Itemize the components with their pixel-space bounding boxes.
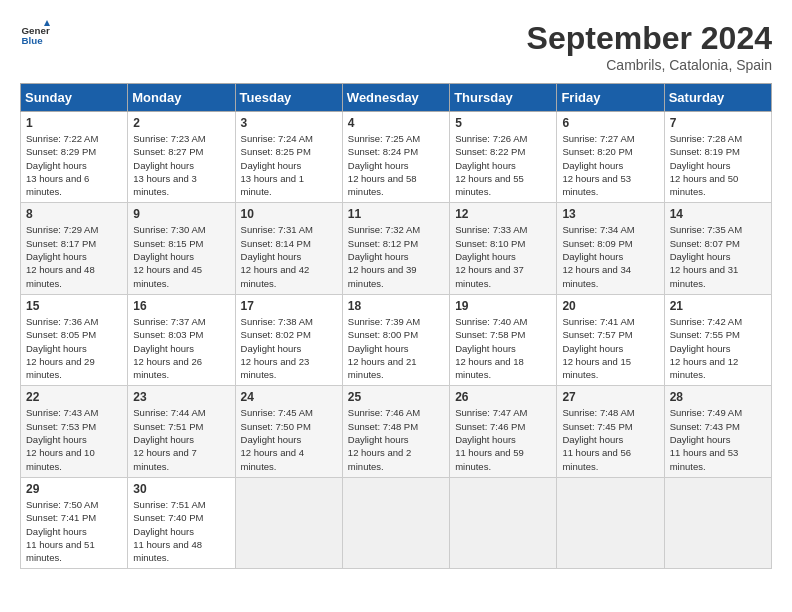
sunset-time: 8:10 PM [490, 238, 525, 249]
sunrise-label: Sunrise: [455, 224, 493, 235]
table-row: 21 Sunrise: 7:42 AM Sunset: 7:55 PM Dayl… [664, 294, 771, 385]
table-row: 1 Sunrise: 7:22 AM Sunset: 8:29 PM Dayli… [21, 112, 128, 203]
sunset-label: Sunset: [133, 421, 168, 432]
cell-content: Sunrise: 7:46 AM Sunset: 7:48 PM Dayligh… [348, 406, 444, 472]
daylight-duration: 12 hours and 26 minutes. [133, 356, 202, 380]
sunrise-label: Sunrise: [670, 407, 708, 418]
table-row: 18 Sunrise: 7:39 AM Sunset: 8:00 PM Dayl… [342, 294, 449, 385]
daylight-duration: 13 hours and 1 minute. [241, 173, 304, 197]
sunset-label: Sunset: [670, 238, 705, 249]
sunrise-time: 7:38 AM [278, 316, 313, 327]
sunset-time: 8:09 PM [597, 238, 632, 249]
day-number: 6 [562, 116, 658, 130]
table-row: 17 Sunrise: 7:38 AM Sunset: 8:02 PM Dayl… [235, 294, 342, 385]
daylight-label: Daylight hours [26, 434, 87, 445]
table-row: 19 Sunrise: 7:40 AM Sunset: 7:58 PM Dayl… [450, 294, 557, 385]
day-number: 1 [26, 116, 122, 130]
col-wednesday: Wednesday [342, 84, 449, 112]
sunrise-time: 7:32 AM [385, 224, 420, 235]
table-row: 3 Sunrise: 7:24 AM Sunset: 8:25 PM Dayli… [235, 112, 342, 203]
table-row: 24 Sunrise: 7:45 AM Sunset: 7:50 PM Dayl… [235, 386, 342, 477]
daylight-label: Daylight hours [455, 343, 516, 354]
cell-content: Sunrise: 7:48 AM Sunset: 7:45 PM Dayligh… [562, 406, 658, 472]
table-row: 6 Sunrise: 7:27 AM Sunset: 8:20 PM Dayli… [557, 112, 664, 203]
calendar-row-3: 15 Sunrise: 7:36 AM Sunset: 8:05 PM Dayl… [21, 294, 772, 385]
sunset-label: Sunset: [133, 238, 168, 249]
sunset-label: Sunset: [562, 329, 597, 340]
calendar-row-2: 8 Sunrise: 7:29 AM Sunset: 8:17 PM Dayli… [21, 203, 772, 294]
sunset-label: Sunset: [348, 329, 383, 340]
cell-content: Sunrise: 7:26 AM Sunset: 8:22 PM Dayligh… [455, 132, 551, 198]
cell-content: Sunrise: 7:35 AM Sunset: 8:07 PM Dayligh… [670, 223, 766, 289]
daylight-duration: 11 hours and 53 minutes. [670, 447, 739, 471]
sunset-time: 7:53 PM [61, 421, 96, 432]
svg-text:General: General [22, 25, 51, 36]
sunrise-label: Sunrise: [133, 499, 171, 510]
sunset-label: Sunset: [26, 329, 61, 340]
day-number: 10 [241, 207, 337, 221]
sunset-label: Sunset: [562, 421, 597, 432]
sunrise-time: 7:39 AM [385, 316, 420, 327]
logo: General Blue [20, 20, 50, 50]
daylight-label: Daylight hours [133, 526, 194, 537]
sunrise-label: Sunrise: [133, 224, 171, 235]
table-row [342, 477, 449, 568]
daylight-label: Daylight hours [133, 343, 194, 354]
cell-content: Sunrise: 7:49 AM Sunset: 7:43 PM Dayligh… [670, 406, 766, 472]
sunset-label: Sunset: [133, 146, 168, 157]
day-number: 26 [455, 390, 551, 404]
daylight-duration: 12 hours and 31 minutes. [670, 264, 739, 288]
day-number: 30 [133, 482, 229, 496]
sunset-label: Sunset: [133, 512, 168, 523]
sunset-label: Sunset: [348, 146, 383, 157]
sunrise-time: 7:31 AM [278, 224, 313, 235]
cell-content: Sunrise: 7:47 AM Sunset: 7:46 PM Dayligh… [455, 406, 551, 472]
daylight-label: Daylight hours [241, 251, 302, 262]
daylight-duration: 12 hours and 42 minutes. [241, 264, 310, 288]
sunrise-time: 7:46 AM [385, 407, 420, 418]
table-row: 25 Sunrise: 7:46 AM Sunset: 7:48 PM Dayl… [342, 386, 449, 477]
logo-icon: General Blue [20, 20, 50, 50]
daylight-duration: 12 hours and 2 minutes. [348, 447, 411, 471]
table-row [664, 477, 771, 568]
sunrise-label: Sunrise: [670, 224, 708, 235]
sunset-time: 8:03 PM [168, 329, 203, 340]
table-row: 13 Sunrise: 7:34 AM Sunset: 8:09 PM Dayl… [557, 203, 664, 294]
col-tuesday: Tuesday [235, 84, 342, 112]
day-number: 29 [26, 482, 122, 496]
sunset-label: Sunset: [133, 329, 168, 340]
cell-content: Sunrise: 7:22 AM Sunset: 8:29 PM Dayligh… [26, 132, 122, 198]
sunset-label: Sunset: [670, 146, 705, 157]
daylight-duration: 12 hours and 39 minutes. [348, 264, 417, 288]
sunrise-label: Sunrise: [241, 316, 279, 327]
table-row: 14 Sunrise: 7:35 AM Sunset: 8:07 PM Dayl… [664, 203, 771, 294]
daylight-duration: 12 hours and 48 minutes. [26, 264, 95, 288]
sunset-time: 8:22 PM [490, 146, 525, 157]
sunrise-label: Sunrise: [562, 133, 600, 144]
sunset-time: 8:02 PM [275, 329, 310, 340]
sunset-time: 8:29 PM [61, 146, 96, 157]
col-friday: Friday [557, 84, 664, 112]
table-row: 15 Sunrise: 7:36 AM Sunset: 8:05 PM Dayl… [21, 294, 128, 385]
daylight-duration: 11 hours and 56 minutes. [562, 447, 631, 471]
sunrise-label: Sunrise: [455, 133, 493, 144]
daylight-duration: 12 hours and 4 minutes. [241, 447, 304, 471]
cell-content: Sunrise: 7:41 AM Sunset: 7:57 PM Dayligh… [562, 315, 658, 381]
day-number: 28 [670, 390, 766, 404]
col-monday: Monday [128, 84, 235, 112]
sunrise-label: Sunrise: [562, 316, 600, 327]
sunset-time: 7:40 PM [168, 512, 203, 523]
day-number: 11 [348, 207, 444, 221]
calendar-header-row: Sunday Monday Tuesday Wednesday Thursday… [21, 84, 772, 112]
table-row: 10 Sunrise: 7:31 AM Sunset: 8:14 PM Dayl… [235, 203, 342, 294]
sunset-label: Sunset: [26, 512, 61, 523]
sunrise-time: 7:24 AM [278, 133, 313, 144]
daylight-duration: 12 hours and 7 minutes. [133, 447, 196, 471]
cell-content: Sunrise: 7:51 AM Sunset: 7:40 PM Dayligh… [133, 498, 229, 564]
day-number: 15 [26, 299, 122, 313]
day-number: 25 [348, 390, 444, 404]
sunrise-label: Sunrise: [562, 224, 600, 235]
cell-content: Sunrise: 7:32 AM Sunset: 8:12 PM Dayligh… [348, 223, 444, 289]
sunrise-time: 7:28 AM [707, 133, 742, 144]
cell-content: Sunrise: 7:29 AM Sunset: 8:17 PM Dayligh… [26, 223, 122, 289]
